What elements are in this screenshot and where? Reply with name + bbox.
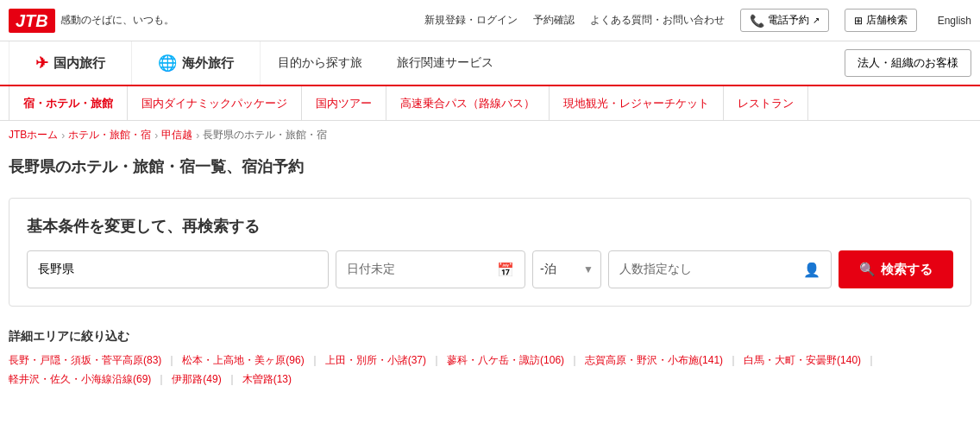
area-link[interactable]: 軽井沢・佐久・小海線沿線(69) <box>9 370 151 389</box>
store-search-button[interactable]: ⊞ 店舗検索 <box>845 9 917 32</box>
main-nav-text-items: 目的から探す旅 旅行関連サービス <box>261 55 511 71</box>
purpose-nav[interactable]: 目的から探す旅 <box>278 55 362 71</box>
chevron-down-icon: ▼ <box>583 263 594 275</box>
calendar-icon: 📅 <box>497 262 514 278</box>
faq-link[interactable]: よくある質問・お問い合わせ <box>590 13 725 28</box>
subnav-dynamic-package[interactable]: 国内ダイナミックパッケージ <box>128 86 302 120</box>
english-link[interactable]: English <box>938 15 971 27</box>
area-link[interactable]: 木曽路(13) <box>242 370 292 389</box>
travel-services-nav[interactable]: 旅行関連サービス <box>397 55 493 71</box>
page-title: 長野県のホテル・旅館・宿一覧、宿泊予約 <box>0 149 980 189</box>
breadcrumb: JTBホーム › ホテル・旅館・宿 › 甲信越 › 長野県のホテル・旅館・宿 <box>0 121 980 149</box>
area-link[interactable]: 松本・上高地・美ヶ原(96) <box>182 351 304 370</box>
overseas-label: 海外旅行 <box>182 55 234 72</box>
area-separator: ｜ <box>227 370 237 389</box>
subnav-hotel[interactable]: 宿・ホテル・旅館 <box>9 86 128 120</box>
area-separator: ｜ <box>728 351 738 370</box>
reservation-confirm-link[interactable]: 予約確認 <box>533 13 575 28</box>
date-placeholder-text: 日付未定 <box>347 262 395 277</box>
breadcrumb-current: 長野県のホテル・旅館・宿 <box>203 128 327 142</box>
search-section-title: 基本条件を変更して、再検索する <box>27 216 953 237</box>
store-icon: ⊞ <box>854 15 863 27</box>
person-icon: 👤 <box>803 262 820 278</box>
phone-icon: 📞 <box>750 14 764 28</box>
nights-value: -泊 <box>540 262 556 277</box>
search-section: 基本条件を変更して、再検索する 日付未定 📅 -泊 ▼ 人数指定なし 👤 🔍 検… <box>9 198 971 307</box>
area-link[interactable]: 志賀高原・野沢・小布施(141) <box>585 351 723 370</box>
tagline: 感動のそばに、いつも。 <box>60 13 174 28</box>
area-separator: ｜ <box>431 351 442 370</box>
subnav-restaurant[interactable]: レストラン <box>724 86 808 120</box>
top-nav: 新規登録・ログイン 予約確認 よくある質問・お問い合わせ 📞 電話予約 ↗ ⊞ … <box>424 9 971 32</box>
area-links: 長野・戸隠・須坂・菅平高原(83)｜松本・上高地・美ヶ原(96)｜上田・別所・小… <box>9 351 971 389</box>
area-link[interactable]: 蓼科・八ケ岳・諏訪(106) <box>447 351 564 370</box>
area-filter-title: 詳細エリアに絞り込む <box>9 329 971 345</box>
domestic-travel-nav[interactable]: ✈ 国内旅行 <box>9 41 132 85</box>
breadcrumb-sep-2: › <box>154 130 158 142</box>
location-input[interactable] <box>27 250 329 288</box>
subnav-highway-bus[interactable]: 高速乗合パス（路線バス） <box>386 86 550 120</box>
breadcrumb-koshinetsu[interactable]: 甲信越 <box>161 128 192 142</box>
main-nav: ✈ 国内旅行 🌐 海外旅行 目的から探す旅 旅行関連サービス 法人・組織のお客様 <box>0 41 980 86</box>
breadcrumb-home[interactable]: JTBホーム <box>9 128 58 142</box>
area-link[interactable]: 上田・別所・小諸(37) <box>325 351 426 370</box>
guests-input[interactable]: 人数指定なし 👤 <box>608 250 832 288</box>
breadcrumb-hotel[interactable]: ホテル・旅館・宿 <box>68 128 151 142</box>
logo-area: JTB 感動のそばに、いつも。 <box>9 9 174 33</box>
area-filter: 詳細エリアに絞り込む 長野・戸隠・須坂・菅平高原(83)｜松本・上高地・美ヶ原(… <box>0 315 980 397</box>
top-bar: JTB 感動のそばに、いつも。 新規登録・ログイン 予約確認 よくある質問・お問… <box>0 0 980 41</box>
area-separator: ｜ <box>156 370 166 389</box>
area-separator: ｜ <box>866 351 876 370</box>
area-separator: ｜ <box>569 351 580 370</box>
area-link[interactable]: 長野・戸隠・須坂・菅平高原(83) <box>9 351 161 370</box>
guests-placeholder-text: 人数指定なし <box>619 262 692 277</box>
search-icon: 🔍 <box>859 262 876 277</box>
area-separator: ｜ <box>166 351 177 370</box>
domestic-icon: ✈ <box>35 54 48 73</box>
domestic-label: 国内旅行 <box>53 55 105 72</box>
breadcrumb-sep-3: › <box>196 130 199 142</box>
subnav-tour[interactable]: 国内ツアー <box>302 86 386 120</box>
area-link[interactable]: 伊那路(49) <box>172 370 221 389</box>
sub-nav: 宿・ホテル・旅館 国内ダイナミックパッケージ 国内ツアー 高速乗合パス（路線バス… <box>0 86 980 121</box>
area-separator: ｜ <box>310 351 320 370</box>
overseas-icon: 🌐 <box>158 54 177 73</box>
subnav-local-ticket[interactable]: 現地観光・レジャーチケット <box>550 86 724 120</box>
logo: JTB <box>9 9 55 33</box>
search-row: 日付未定 📅 -泊 ▼ 人数指定なし 👤 🔍 検索する <box>27 250 953 288</box>
register-login-link[interactable]: 新規登録・ログイン <box>424 13 518 28</box>
phone-button[interactable]: 📞 電話予約 ↗ <box>740 9 829 32</box>
external-link-icon: ↗ <box>813 16 820 25</box>
search-button[interactable]: 🔍 検索する <box>839 250 953 288</box>
date-input[interactable]: 日付未定 📅 <box>336 250 525 288</box>
area-link[interactable]: 白馬・大町・安曇野(140) <box>744 351 861 370</box>
corporate-button[interactable]: 法人・組織のお客様 <box>845 49 971 77</box>
breadcrumb-sep-1: › <box>61 130 65 142</box>
nights-select[interactable]: -泊 ▼ <box>532 250 601 288</box>
overseas-travel-nav[interactable]: 🌐 海外旅行 <box>132 41 261 85</box>
search-label: 検索する <box>881 262 933 278</box>
